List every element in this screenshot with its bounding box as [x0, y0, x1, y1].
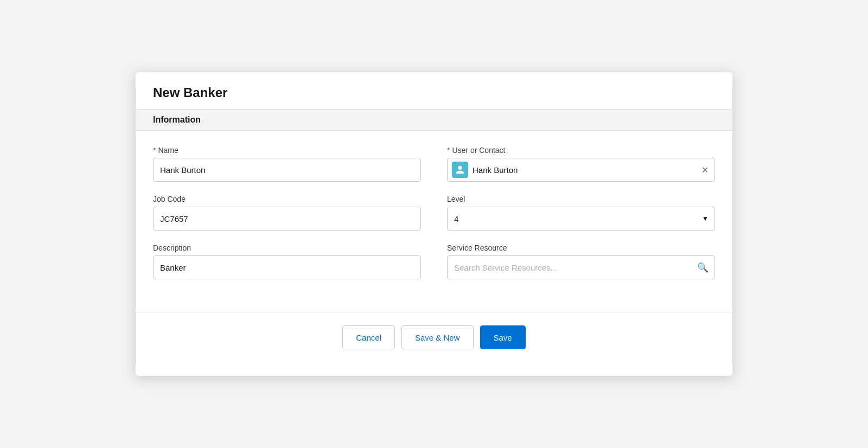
modal-footer: Cancel Save & New Save	[136, 312, 732, 362]
name-group: * Name	[153, 146, 421, 182]
user-contact-value: Hank Burton	[473, 165, 699, 175]
form-row-1: * Name * User or Contact Hank	[153, 146, 715, 182]
user-contact-required-star: *	[447, 146, 450, 155]
user-contact-label: * User or Contact	[447, 146, 715, 155]
new-banker-modal: New Banker Information * Name * User or …	[136, 72, 732, 376]
name-input[interactable]	[153, 158, 421, 182]
name-required-star: *	[153, 146, 156, 155]
form-row-2: Job Code Level 1 2 3 4 5 6 7	[153, 195, 715, 231]
form-body: * Name * User or Contact Hank	[136, 131, 732, 312]
service-resource-search-wrapper: 🔍	[447, 255, 715, 279]
level-label: Level	[447, 195, 715, 203]
level-select[interactable]: 1 2 3 4 5 6 7 8	[447, 207, 715, 231]
save-and-new-button[interactable]: Save & New	[401, 325, 474, 349]
user-contact-group: * User or Contact Hank Burton ✕	[447, 146, 715, 182]
job-code-label: Job Code	[153, 195, 421, 203]
modal-title: New Banker	[153, 85, 715, 100]
level-select-wrapper: 1 2 3 4 5 6 7 8 ▼	[447, 207, 715, 231]
service-resource-input[interactable]	[447, 255, 715, 279]
cancel-button[interactable]: Cancel	[342, 325, 395, 349]
job-code-group: Job Code	[153, 195, 421, 231]
service-resource-label: Service Resource	[447, 244, 715, 252]
form-row-3: Description Service Resource 🔍	[153, 244, 715, 279]
job-code-input[interactable]	[153, 207, 421, 231]
user-contact-input-wrapper[interactable]: Hank Burton ✕	[447, 158, 715, 182]
section-title: Information	[153, 115, 201, 124]
level-group: Level 1 2 3 4 5 6 7 8 ▼	[447, 195, 715, 231]
description-group: Description	[153, 244, 421, 279]
clear-icon[interactable]: ✕	[699, 164, 710, 175]
description-label: Description	[153, 244, 421, 252]
section-header: Information	[136, 109, 732, 131]
description-input[interactable]	[153, 255, 421, 279]
service-resource-group: Service Resource 🔍	[447, 244, 715, 279]
save-button[interactable]: Save	[480, 325, 526, 349]
name-label: * Name	[153, 146, 421, 155]
modal-header: New Banker	[136, 72, 732, 109]
user-avatar-icon	[452, 162, 468, 178]
